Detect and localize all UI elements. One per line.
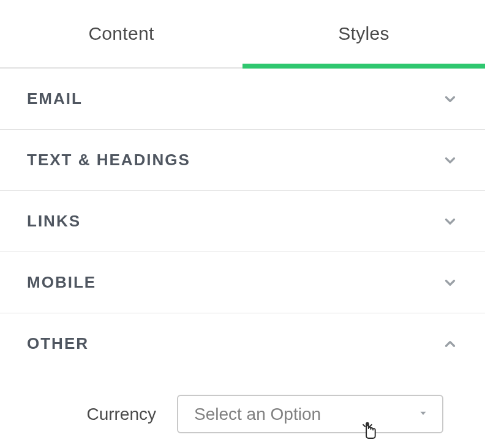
chevron-down-icon (442, 275, 458, 291)
section-title-other: OTHER (27, 334, 89, 353)
section-title-text: TEXT & HEADINGS (27, 151, 190, 170)
section-header-text[interactable]: TEXT & HEADINGS (0, 130, 485, 190)
section-links: LINKS (0, 191, 485, 252)
section-mobile: MOBILE (0, 252, 485, 313)
section-email: EMAIL (0, 69, 485, 130)
section-title-links: LINKS (27, 212, 81, 231)
section-title-mobile: MOBILE (27, 273, 96, 292)
currency-label: Currency (27, 405, 156, 424)
currency-select[interactable]: Select an Option (177, 395, 443, 433)
chevron-down-icon (442, 91, 458, 107)
chevron-down-icon (442, 152, 458, 168)
section-header-links[interactable]: LINKS (0, 191, 485, 252)
section-header-other[interactable]: OTHER (0, 313, 485, 374)
section-title-email: EMAIL (27, 89, 83, 108)
section-other: OTHER Currency Select an Option (0, 313, 485, 448)
chevron-down-icon (442, 214, 458, 230)
section-body-other: Currency Select an Option (0, 374, 485, 448)
section-text-headings: TEXT & HEADINGS (0, 130, 485, 191)
tab-styles[interactable]: Styles (242, 0, 485, 67)
section-header-mobile[interactable]: MOBILE (0, 252, 485, 313)
tab-content[interactable]: Content (0, 0, 242, 67)
section-header-email[interactable]: EMAIL (0, 69, 485, 129)
currency-select-text: Select an Option (194, 405, 321, 424)
tabs: Content Styles (0, 0, 485, 69)
currency-row: Currency Select an Option (27, 395, 458, 433)
caret-down-icon (418, 408, 429, 421)
chevron-up-icon (442, 336, 458, 352)
svg-marker-0 (421, 411, 426, 414)
